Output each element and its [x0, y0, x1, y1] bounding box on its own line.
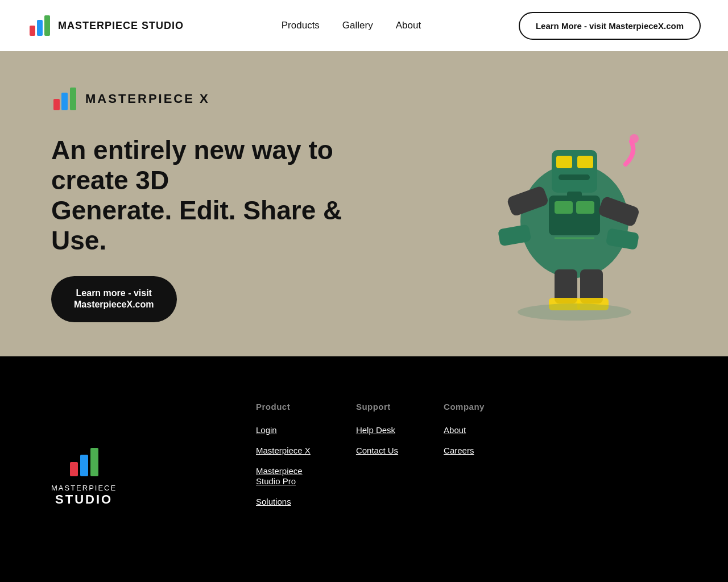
header: MASTERPIECE STUDIO Products Gallery Abou…: [0, 0, 728, 51]
svg-point-25: [518, 304, 631, 321]
list-item: MasterpieceStudio Pro: [256, 466, 311, 487]
svg-rect-4: [61, 93, 68, 110]
list-item: Contact Us: [356, 446, 398, 456]
svg-rect-12: [577, 156, 593, 168]
footer-product-links: Login Masterpiece X MasterpieceStudio Pr…: [256, 425, 311, 507]
footer-product-col: Product Login Masterpiece X MasterpieceS…: [256, 402, 311, 507]
header-cta-button[interactable]: Learn More - visit MasterpieceX.com: [519, 12, 701, 40]
svg-rect-2: [44, 15, 50, 36]
hero-content: MASTERPIECE X An entirely new way to cre…: [51, 85, 370, 322]
footer-link-careers[interactable]: Careers: [444, 446, 474, 455]
svg-rect-26: [70, 462, 78, 476]
footer-link-masterpiece-x[interactable]: Masterpiece X: [256, 446, 311, 455]
footer-link-login[interactable]: Login: [256, 425, 277, 435]
list-item: About: [444, 425, 485, 435]
mx-logo: MASTERPIECE X: [51, 85, 370, 113]
list-item: Careers: [444, 446, 485, 456]
hero-headline: An entirely new way to create 3D Generat…: [51, 135, 370, 256]
footer-company-heading: Company: [444, 402, 485, 411]
robot-illustration: [455, 85, 694, 323]
nav-about[interactable]: About: [396, 20, 421, 31]
hero-cta-button[interactable]: Learn more - visit MasterpieceX.com: [51, 276, 177, 323]
footer-company-links: About Careers: [444, 425, 485, 456]
main-nav: Products Gallery About: [282, 20, 421, 31]
svg-rect-9: [576, 201, 594, 214]
footer-link-solutions[interactable]: Solutions: [256, 497, 291, 506]
svg-rect-13: [559, 174, 590, 180]
footer-link-about[interactable]: About: [444, 425, 466, 435]
footer-product-heading: Product: [256, 402, 311, 411]
svg-rect-8: [555, 201, 573, 214]
svg-rect-5: [70, 88, 76, 110]
footer-support-heading: Support: [356, 402, 398, 411]
svg-rect-14: [567, 192, 582, 198]
nav-products[interactable]: Products: [282, 20, 320, 31]
footer-link-helpdesk[interactable]: Help Desk: [356, 425, 395, 435]
logo-icon: [27, 13, 52, 38]
svg-rect-0: [30, 26, 35, 36]
footer-logo: MASTERPIECE STUDIO: [51, 445, 117, 507]
list-item: Masterpiece X: [256, 446, 311, 456]
svg-rect-1: [37, 20, 43, 36]
svg-rect-3: [53, 99, 60, 110]
mx-logo-icon: [51, 85, 78, 113]
footer-support-links: Help Desk Contact Us: [356, 425, 398, 456]
svg-point-24: [630, 134, 639, 143]
svg-rect-28: [90, 448, 98, 476]
logo-text: MASTERPIECE STUDIO: [58, 20, 184, 32]
hero-section: MASTERPIECE X An entirely new way to cre…: [0, 51, 728, 356]
footer-logo-icon: [67, 445, 101, 479]
footer-company-col: Company About Careers: [444, 402, 485, 507]
footer-columns: Product Login Masterpiece X MasterpieceS…: [256, 402, 677, 507]
svg-rect-11: [556, 156, 572, 168]
svg-rect-27: [80, 455, 88, 476]
footer-link-studio-pro[interactable]: MasterpieceStudio Pro: [256, 466, 303, 486]
list-item: Help Desk: [356, 425, 398, 435]
list-item: Login: [256, 425, 311, 435]
footer-logo-text: MASTERPIECE STUDIO: [51, 484, 117, 507]
nav-gallery[interactable]: Gallery: [342, 20, 373, 31]
mx-logo-text: MASTERPIECE X: [85, 92, 210, 106]
list-item: Solutions: [256, 497, 311, 507]
footer-link-contact[interactable]: Contact Us: [356, 446, 398, 455]
footer: MASTERPIECE STUDIO Product Login Masterp…: [0, 356, 728, 541]
footer-support-col: Support Help Desk Contact Us: [356, 402, 398, 507]
logo: MASTERPIECE STUDIO: [27, 13, 184, 38]
footer-logo-area: MASTERPIECE STUDIO: [51, 402, 210, 507]
